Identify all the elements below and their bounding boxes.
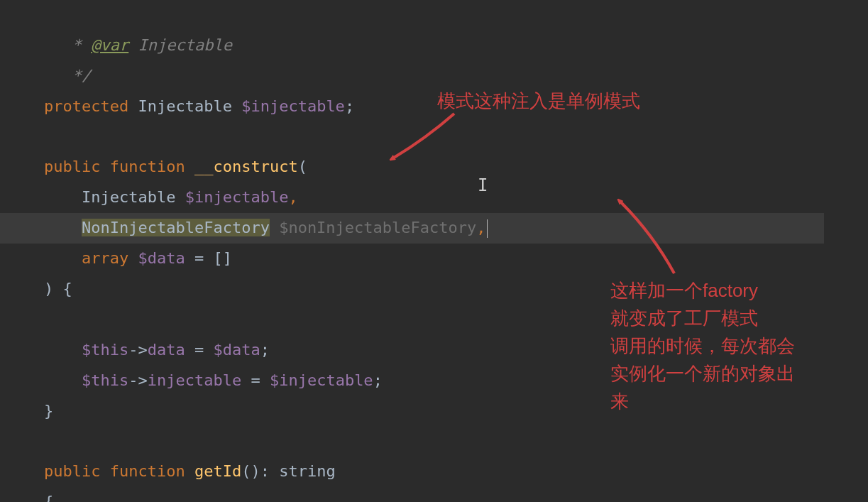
code-line: [44, 128, 53, 146]
code-editor[interactable]: * @var Injectable */ protected Injectabl…: [44, 0, 868, 502]
code-line: {: [44, 493, 53, 502]
code-line: $this->injectable = $injectable;: [44, 371, 383, 389]
text-caret: [487, 219, 488, 238]
code-line: $this->data = $data;: [44, 341, 270, 359]
code-line-current: NonInjectableFactory $nonInjectableFacto…: [0, 213, 824, 244]
code-line: [44, 310, 53, 328]
code-line: protected Injectable $injectable;: [44, 97, 354, 115]
code-line: */: [44, 67, 91, 84]
code-line: [44, 432, 53, 449]
code-line: Injectable $injectable,: [44, 188, 298, 206]
code-line: * @var Injectable: [44, 36, 232, 54]
code-line: public function getId(): string: [44, 462, 336, 480]
code-line: ) {: [44, 280, 72, 298]
code-line: }: [44, 402, 53, 420]
code-line: array $data = []: [44, 249, 232, 267]
code-line: public function __construct(: [44, 158, 307, 175]
